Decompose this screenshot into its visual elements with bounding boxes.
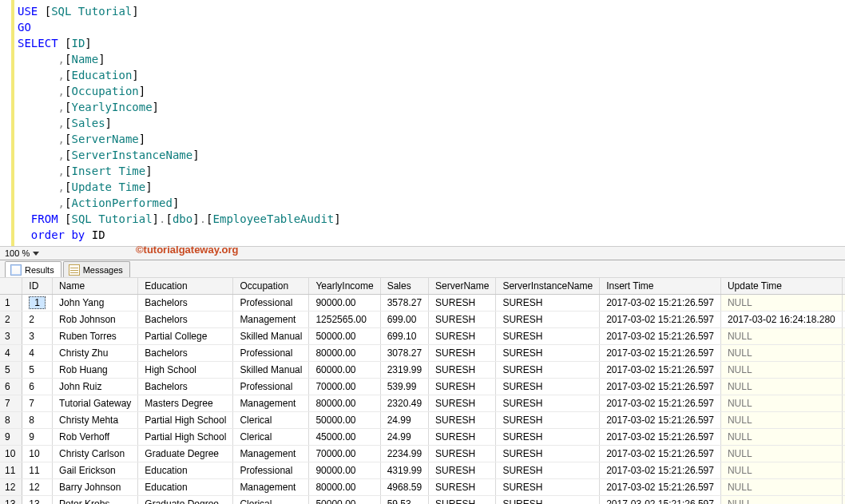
code-line[interactable]: USE [SQL Tutorial] [18, 3, 845, 19]
cell[interactable]: Bachelors [138, 295, 233, 312]
cell[interactable]: 2017-03-02 15:21:26.597 [600, 312, 721, 328]
cell[interactable]: Management [233, 395, 309, 412]
cell[interactable]: NULL [842, 395, 845, 412]
row-number[interactable]: 5 [0, 362, 22, 379]
column-header[interactable]: Occupation [233, 278, 309, 295]
code-line[interactable]: SELECT [ID] [18, 35, 845, 51]
cell[interactable]: NULL [720, 345, 842, 362]
cell[interactable]: Christy Mehta [53, 412, 138, 429]
code-line[interactable]: ,[ActionPerformed] [18, 195, 845, 211]
row-number[interactable]: 10 [0, 446, 22, 462]
cell[interactable]: SURESH [496, 446, 600, 462]
code-line[interactable]: ,[YearlyIncome] [18, 99, 845, 115]
cell[interactable]: 3578.27 [380, 295, 428, 312]
cell[interactable]: 1 [22, 295, 53, 312]
cell[interactable]: 6 [22, 379, 53, 395]
table-row[interactable]: 1010Christy CarlsonGraduate DegreeManage… [0, 446, 845, 462]
code-line[interactable]: ,[Name] [18, 51, 845, 67]
cell[interactable]: SURESH [429, 479, 496, 496]
cell[interactable]: SURESH [496, 479, 600, 496]
cell[interactable]: 5 [22, 362, 53, 379]
code-line[interactable]: FROM [SQL Tutorial].[dbo].[EmployeeTable… [18, 211, 845, 227]
cell[interactable]: 80000.00 [309, 345, 380, 362]
cell[interactable]: Education [138, 479, 233, 496]
cell[interactable]: 10 [22, 446, 53, 462]
column-header[interactable]: ServerName [429, 278, 496, 295]
cell[interactable]: 2 [22, 312, 53, 328]
cell[interactable]: Skilled Manual [233, 362, 309, 379]
cell[interactable]: Tutorial Gateway [53, 395, 138, 412]
cell[interactable]: SURESH [429, 312, 496, 328]
table-row[interactable]: 44Christy ZhuBachelorsProfessional80000.… [0, 345, 845, 362]
cell[interactable]: 539.99 [380, 379, 428, 395]
cell[interactable]: Professional [233, 345, 309, 362]
cell[interactable]: 50000.00 [309, 328, 380, 345]
tab-results[interactable]: Results [5, 261, 61, 277]
cell[interactable]: Ruben Torres [53, 328, 138, 345]
cell[interactable]: 4319.99 [380, 462, 428, 479]
cell[interactable]: 2017-03-02 15:21:26.597 [600, 295, 721, 312]
cell[interactable]: SURESH [429, 395, 496, 412]
table-row[interactable]: 77Tutorial GatewayMasters DegreeManageme… [0, 395, 845, 412]
cell[interactable]: 4968.59 [380, 479, 428, 496]
code-line[interactable]: ,[Education] [18, 67, 845, 83]
cell[interactable]: 2017-03-02 15:21:26.597 [600, 379, 721, 395]
cell[interactable]: Graduate Degree [138, 446, 233, 462]
cell[interactable]: 2017-03-02 15:21:26.597 [600, 479, 721, 496]
row-number[interactable]: 9 [0, 429, 22, 446]
cell[interactable]: Management [233, 479, 309, 496]
cell[interactable]: NULL [720, 429, 842, 446]
column-header[interactable]: Education [138, 278, 233, 295]
cell[interactable]: 24.99 [380, 429, 428, 446]
cell[interactable]: 12 [22, 479, 53, 496]
cell[interactable]: 80000.00 [309, 479, 380, 496]
cell[interactable]: 70000.00 [309, 379, 380, 395]
cell[interactable]: 2017-03-02 15:21:26.597 [600, 395, 721, 412]
table-row[interactable]: 88Christy MehtaPartial High SchoolCleric… [0, 412, 845, 429]
column-header[interactable]: YearlyIncome [309, 278, 380, 295]
cell[interactable]: NULL [720, 395, 842, 412]
cell[interactable]: Management [233, 446, 309, 462]
cell[interactable]: 2234.99 [380, 446, 428, 462]
cell[interactable]: NULL [842, 446, 845, 462]
table-row[interactable]: 11John YangBachelorsProfessional90000.00… [0, 295, 845, 312]
cell[interactable]: 90000.00 [309, 462, 380, 479]
sql-editor[interactable]: USE [SQL Tutorial]GOSELECT [ID] ,[Name] … [11, 0, 845, 246]
cell[interactable]: 2017-03-02 15:21:26.597 [600, 462, 721, 479]
cell[interactable]: Christy Carlson [53, 446, 138, 462]
cell[interactable]: 2017-03-02 15:21:26.597 [600, 362, 721, 379]
row-number[interactable]: 1 [0, 295, 22, 312]
cell[interactable]: NULL [842, 295, 845, 312]
cell[interactable]: Partial College [138, 328, 233, 345]
cell[interactable]: SURESH [496, 295, 600, 312]
column-header[interactable]: Insert Time [600, 278, 721, 295]
cell[interactable]: Updated Sales [842, 312, 845, 328]
cell[interactable]: NULL [720, 462, 842, 479]
cell[interactable]: Bachelors [138, 379, 233, 395]
row-number[interactable]: 6 [0, 379, 22, 395]
cell[interactable]: 2320.49 [380, 395, 428, 412]
code-line[interactable]: GO [18, 19, 845, 35]
table-row[interactable]: 1313Peter KrebsGraduate DegreeClerical50… [0, 496, 845, 504]
cell[interactable]: SURESH [429, 446, 496, 462]
row-number[interactable]: 8 [0, 412, 22, 429]
code-line[interactable]: ,[Update Time] [18, 179, 845, 195]
cell[interactable]: NULL [842, 412, 845, 429]
cell[interactable]: Partial High School [138, 429, 233, 446]
cell[interactable]: 4 [22, 345, 53, 362]
cell[interactable]: SURESH [429, 429, 496, 446]
row-number[interactable]: 11 [0, 462, 22, 479]
cell[interactable]: 70000.00 [309, 446, 380, 462]
cell[interactable]: 2319.99 [380, 362, 428, 379]
cell[interactable]: 60000.00 [309, 362, 380, 379]
code-line[interactable]: ,[Insert Time] [18, 163, 845, 179]
cell[interactable]: 2017-03-02 16:24:18.280 [720, 312, 842, 328]
table-row[interactable]: 66John RuizBachelorsProfessional70000.00… [0, 379, 845, 395]
row-number[interactable]: 2 [0, 312, 22, 328]
cell[interactable]: SURESH [429, 345, 496, 362]
table-row[interactable]: 33Ruben TorresPartial CollegeSkilled Man… [0, 328, 845, 345]
cell[interactable]: 3078.27 [380, 345, 428, 362]
cell[interactable]: Barry Johnson [53, 479, 138, 496]
cell[interactable]: 2017-03-02 15:21:26.597 [600, 412, 721, 429]
table-row[interactable]: 55Rob HuangHigh SchoolSkilled Manual6000… [0, 362, 845, 379]
